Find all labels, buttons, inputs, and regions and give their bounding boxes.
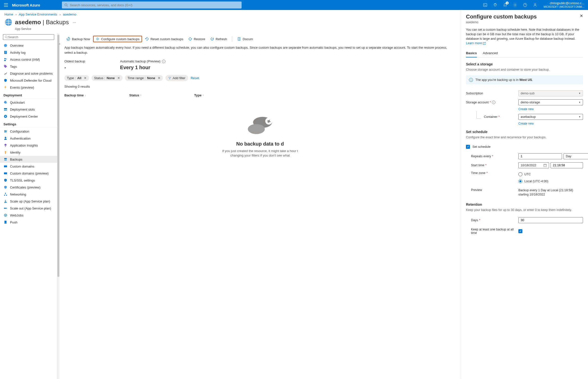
clear-filter-icon[interactable]: ✕ [117, 76, 120, 80]
storage-account-row: Storage account * i demo-storage ▼ [466, 98, 583, 107]
col-backup-time[interactable]: Backup time↓ [64, 93, 129, 97]
info-icon[interactable]: i [162, 60, 165, 63]
svg-point-4 [534, 3, 536, 5]
empty-state: No backup data to d If you just created … [64, 99, 456, 158]
radio-local[interactable] [518, 179, 522, 183]
breadcrumb-sep: › [15, 12, 16, 16]
start-time-input[interactable] [551, 162, 583, 168]
repeats-unit-select[interactable]: Day ▼ [564, 153, 588, 159]
filter-status[interactable]: Status : None ✕ [92, 75, 123, 81]
create-new-container-link[interactable]: Create new [518, 121, 534, 125]
menu-item-activity-log[interactable]: Activity log [0, 49, 57, 56]
brand-label[interactable]: Microsoft Azure [12, 3, 62, 7]
tz-utc-option[interactable]: UTC [518, 172, 548, 176]
refresh-button[interactable]: Refresh [208, 36, 229, 42]
menu-item-tags[interactable]: Tags [0, 63, 57, 70]
start-time-label: Start time * [466, 164, 518, 167]
svg-rect-15 [4, 110, 7, 111]
repeats-value-input[interactable] [518, 153, 562, 159]
help-icon[interactable] [520, 0, 530, 10]
menu-item-webjobs[interactable]: WebJobs [0, 212, 57, 219]
menu-item-overview[interactable]: Overview [0, 42, 57, 49]
menu-item-deployment-center[interactable]: Deployment Center [0, 113, 57, 120]
tz-local-option[interactable]: Local (UTC-4:00) [518, 179, 548, 183]
learn-more-link[interactable]: Learn more [466, 41, 486, 45]
filter-type[interactable]: Type : All ✕ [64, 75, 89, 81]
menu-item-backups[interactable]: Backups [0, 156, 57, 163]
menu-item-access-control-iam-[interactable]: Access control (IAM) [0, 56, 57, 63]
set-schedule-checkbox[interactable] [466, 145, 470, 149]
menu-item-push[interactable]: Push [0, 219, 57, 226]
menu-item-quickstart[interactable]: Quickstart [0, 99, 57, 106]
svg-rect-25 [4, 160, 7, 161]
account-email: chrisqpublic@contoso.c… [544, 1, 585, 5]
configure-custom-backups-button[interactable]: Configure custom backups [93, 36, 142, 42]
menu-item-application-insights[interactable]: Application Insights [0, 142, 57, 149]
svg-point-12 [4, 65, 5, 66]
page-more-button[interactable]: ⋯ [73, 20, 76, 24]
menu-item-events-preview-[interactable]: Events (preview) [0, 84, 57, 91]
account-area[interactable]: chrisqpublic@contoso.c… MICROSOFT (MICRO… [540, 1, 588, 9]
svg-point-43 [248, 124, 265, 134]
breadcrumb-resource[interactable]: asedemo [63, 12, 76, 16]
region-infobox: i The app you're backing up is in West U… [466, 75, 583, 84]
menu-item-scale-out-app-service-plan-[interactable]: Scale out (App Service plan) [0, 205, 57, 212]
menu-item-authentication[interactable]: Authentication [0, 135, 57, 142]
settings-icon[interactable] [510, 0, 520, 10]
documentation-button[interactable]: Docum [235, 36, 255, 42]
directories-icon[interactable] [490, 0, 500, 10]
col-type[interactable]: Type↑ [194, 93, 249, 97]
days-input[interactable] [518, 217, 583, 223]
external-link-icon [483, 42, 486, 45]
backup-now-button[interactable]: Backup Now [64, 36, 92, 42]
close-blade-button[interactable]: ✕ [580, 13, 583, 18]
start-date-input[interactable]: 10/18/2022 [518, 162, 549, 168]
add-filter-button[interactable]: Add filter [165, 75, 188, 81]
reset-custom-backups-button[interactable]: Reset custom backups [143, 36, 185, 42]
menu-item-deployment-slots[interactable]: Deployment slots [0, 106, 57, 113]
scrollbar[interactable] [57, 33, 59, 379]
filter-timerange[interactable]: Time range : None ✕ [125, 75, 163, 81]
menu-item-scale-up-app-service-plan-[interactable]: Scale up (App Service plan) [0, 198, 57, 205]
tab-advanced[interactable]: Advanced [483, 50, 498, 57]
menu-item-configuration[interactable]: Configuration [0, 128, 57, 135]
container-select[interactable]: asebackup ▼ [518, 114, 583, 120]
keep-one-checkbox[interactable] [518, 229, 522, 233]
feedback-icon[interactable] [530, 0, 540, 10]
menu-item-label: Quickstart [10, 101, 25, 104]
clear-filter-icon[interactable]: ✕ [158, 76, 160, 80]
global-search[interactable] [62, 1, 242, 8]
breadcrumb-ase[interactable]: App Service Environments [19, 12, 57, 16]
menu-item-custom-domains[interactable]: Custom domains [0, 163, 57, 170]
identity-icon [3, 150, 7, 154]
menu-item-custom-domains-preview-[interactable]: Custom domains (preview) [0, 170, 57, 177]
restore-button[interactable]: Restore [186, 36, 207, 42]
tab-basics[interactable]: Basics [466, 50, 477, 57]
menu-item-identity[interactable]: Identity [0, 149, 57, 156]
menu-item-certificates-preview-[interactable]: Certificates (preview) [0, 184, 57, 191]
menu-search[interactable] [3, 34, 54, 40]
breadcrumb-home[interactable]: Home [4, 12, 13, 16]
menu-item-microsoft-defender-for-cloud[interactable]: Microsoft Defender for Cloud [0, 77, 57, 84]
menu-item-diagnose-and-solve-problems[interactable]: Diagnose and solve problems [0, 70, 57, 77]
info-icon[interactable]: i [492, 101, 495, 104]
col-status[interactable]: Status↑ [129, 93, 194, 97]
menu-item-label: Custom domains (preview) [10, 172, 49, 175]
radio-utc[interactable] [518, 172, 522, 176]
menu-item-networking[interactable]: Networking [0, 191, 57, 198]
subscription-select[interactable]: demo-sub ▼ [518, 90, 583, 96]
create-new-storage-link[interactable]: Create new [518, 107, 534, 111]
cloud-shell-icon[interactable] [480, 0, 490, 10]
reset-filters-button[interactable]: Reset [191, 76, 199, 80]
notifications-icon[interactable]: 1 [500, 0, 510, 10]
storage-account-label: Storage account * i [466, 101, 518, 104]
menu-item-tls-ssl-settings[interactable]: TLS/SSL settings [0, 177, 57, 184]
page-header: asedemo | Backups ⋯ [0, 17, 461, 27]
hamburger-menu[interactable] [0, 3, 12, 7]
menu-search-input[interactable] [8, 35, 52, 39]
clear-filter-icon[interactable]: ✕ [84, 76, 87, 80]
results-count: Showing 0 results [64, 85, 456, 92]
storage-account-select[interactable]: demo-storage ▼ [518, 99, 583, 105]
global-search-input[interactable] [70, 3, 239, 7]
repeats-row: Repeats every * Day ▼ [466, 152, 583, 161]
